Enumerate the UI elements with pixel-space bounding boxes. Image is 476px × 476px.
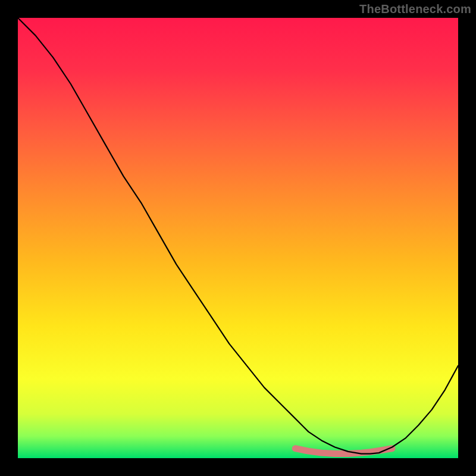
- plot-background: [18, 18, 458, 458]
- bottleneck-chart: [0, 0, 476, 476]
- watermark-text: TheBottleneck.com: [359, 2, 471, 16]
